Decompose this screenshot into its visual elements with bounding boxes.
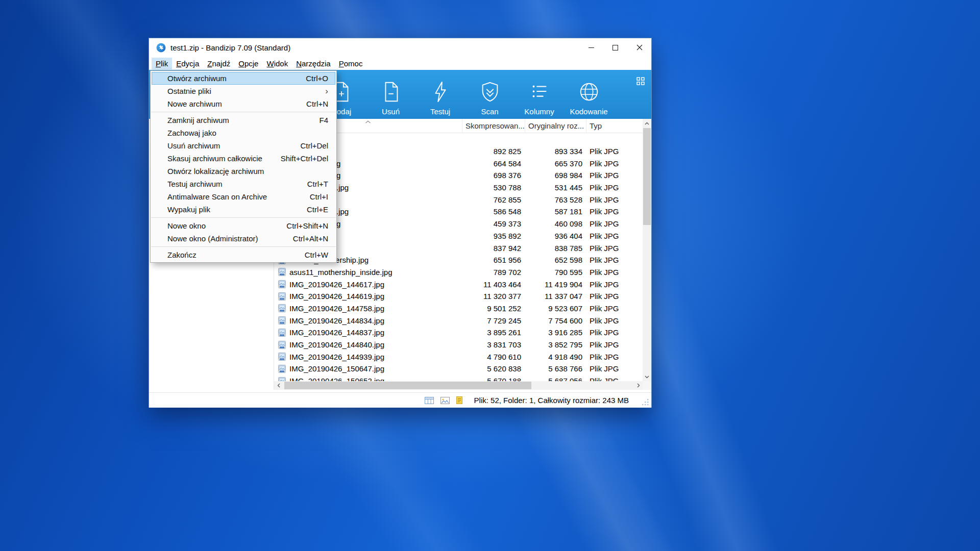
menu-item-otworz-archiwum[interactable]: Otwórz archiwumCtrl+O <box>152 72 335 85</box>
file-row[interactable]: IMG_20190426_150647.jpg5 620 8385 638 76… <box>274 363 643 375</box>
file-row[interactable]: IMG_20190426_144758.jpg9 501 2529 523 60… <box>274 303 643 315</box>
globe-icon <box>577 80 601 104</box>
file-type-cell: Plik JPG <box>586 278 643 290</box>
file-type-cell: Plik JPG <box>586 254 643 266</box>
menubar-item-narzedzia[interactable]: Narzędzia <box>292 58 335 69</box>
menu-item-label: Ostatnie pliki <box>167 87 211 95</box>
column-header-type[interactable]: Typ <box>586 119 643 133</box>
menu-item-label: Zachowaj jako <box>167 129 216 137</box>
file-row[interactable]: IMG_20190426_150652.jpg5 670 1885 687 05… <box>274 375 643 381</box>
menu-item-zamknij-archiwum[interactable]: Zamknij archiwumF4 <box>151 114 336 127</box>
scroll-left-arrow-icon[interactable] <box>274 381 283 390</box>
horizontal-scrollbar[interactable] <box>274 381 643 390</box>
file-name-cell: asus11_mothership_inside.jpg <box>274 266 462 279</box>
original-size-cell: 790 595 <box>525 266 586 279</box>
toolbar-button-label: Scan <box>481 107 498 116</box>
menubar-item-edycja[interactable]: Edycja <box>172 58 203 69</box>
image-preview-icon[interactable] <box>440 397 450 404</box>
menu-item-wypakuj-plik[interactable]: Wypakuj plikCtrl+E <box>151 203 336 216</box>
compressed-size-cell: 762 855 <box>462 193 525 206</box>
scroll-up-arrow-icon[interactable] <box>643 119 651 128</box>
resize-grip[interactable] <box>642 399 649 406</box>
menu-item-label: Zakończ <box>167 251 197 259</box>
menubar-item-znajdz[interactable]: Znajdź <box>203 58 234 69</box>
file-row[interactable]: asus11_mothership_inside.jpg789 702790 5… <box>274 266 643 279</box>
menu-item-label: Testuj archiwum <box>167 180 223 188</box>
menu-item-shortcut: Ctrl+N <box>306 99 328 108</box>
original-size-cell <box>525 133 586 145</box>
compressed-size-cell: 789 702 <box>462 266 525 279</box>
file-name-cell: IMG_20190426_144758.jpg <box>274 303 462 315</box>
grid-view-toggle-icon[interactable] <box>636 77 645 85</box>
titlebar[interactable]: test1.zip - Bandizip 7.09 (Standard) <box>149 38 651 57</box>
menu-item-testuj-archiwum[interactable]: Testuj archiwumCtrl+T <box>151 178 336 190</box>
menu-separator <box>151 217 336 218</box>
menu-item-nowe-archiwum[interactable]: Nowe archiwumCtrl+N <box>151 97 336 110</box>
menu-item-shortcut: Ctrl+T <box>307 180 328 188</box>
file-row[interactable]: IMG_20190426_144834.jpg7 729 2457 754 60… <box>274 314 643 327</box>
menu-item-label: Wypakuj plik <box>167 205 210 214</box>
file-name: IMG_20190426_144758.jpg <box>289 304 384 313</box>
original-size-cell: 5 638 766 <box>525 363 586 375</box>
menu-item-nowe-okno[interactable]: Nowe oknoCtrl+Shift+N <box>151 219 336 232</box>
column-header-original-size[interactable]: Oryginalny roz... <box>525 119 586 133</box>
jpg-file-icon <box>278 329 286 337</box>
toolbar-button-usun[interactable]: Usuń <box>366 74 415 116</box>
compressed-size-cell: 530 788 <box>462 182 525 194</box>
menubar-item-widok[interactable]: Widok <box>262 58 292 69</box>
status-bar: Plik: 52, Folder: 1, Całkowity rozmiar: … <box>149 392 651 408</box>
vertical-scroll-thumb[interactable] <box>643 128 651 225</box>
jpg-file-icon <box>278 353 286 361</box>
compressed-size-cell: 3 895 261 <box>462 327 525 339</box>
caption-buttons <box>579 38 651 57</box>
menu-item-zachowaj-jako[interactable]: Zachowaj jako <box>151 127 336 139</box>
menu-item-usun-archiwum[interactable]: Usuń archiwumCtrl+Del <box>151 139 336 152</box>
file-row[interactable]: IMG_20190426_144617.jpg11 403 46411 419 … <box>274 278 643 290</box>
original-size-cell: 460 098 <box>525 218 586 230</box>
column-header-compressed-size[interactable]: Skompresowan... <box>462 119 525 133</box>
vertical-scrollbar[interactable] <box>643 119 651 381</box>
file-type-cell: Plik JPG <box>586 327 643 339</box>
close-button[interactable] <box>627 38 651 57</box>
file-name-cell: IMG_20190426_144840.jpg <box>274 339 462 351</box>
file-row[interactable]: IMG_20190426_144619.jpg11 320 37711 337 … <box>274 290 643 303</box>
original-size-cell: 7 754 600 <box>525 314 586 327</box>
menu-item-zakoncz[interactable]: ZakończCtrl+W <box>151 248 336 261</box>
original-size-cell: 893 334 <box>525 145 586 158</box>
file-type-cell: Plik JPG <box>586 303 643 315</box>
menubar-item-opcje[interactable]: Opcje <box>234 58 262 69</box>
file-type-cell: Plik JPG <box>586 339 643 351</box>
toolbar-button-scan[interactable]: Scan <box>465 74 514 116</box>
file-row[interactable]: IMG_20190426_144837.jpg3 895 2613 916 28… <box>274 327 643 339</box>
compressed-size-cell: 7 729 245 <box>462 314 525 327</box>
menu-item-label: Otwórz lokalizację archiwum <box>167 167 264 176</box>
horizontal-scroll-thumb[interactable] <box>284 382 531 389</box>
scroll-down-arrow-icon[interactable] <box>643 372 651 381</box>
menubar-item-plik[interactable]: Plik <box>152 58 172 69</box>
minimize-button[interactable] <box>579 38 603 57</box>
toolbar-button-testuj[interactable]: Testuj <box>415 74 465 116</box>
maximize-button[interactable] <box>603 38 627 57</box>
remove-file-icon <box>379 80 403 104</box>
file-type-cell: Plik JPG <box>586 350 643 363</box>
archive-comment-icon[interactable] <box>456 396 462 404</box>
menu-item-nowe-okno-administrator[interactable]: Nowe okno (Administrator)Ctrl+Alt+N <box>151 232 336 245</box>
shield-scan-icon <box>478 80 502 104</box>
file-name: IMG_20190426_144837.jpg <box>289 328 384 337</box>
menu-item-otworz-lokalizacje-archiwum[interactable]: Otwórz lokalizację archiwum <box>151 165 336 178</box>
jpg-file-icon <box>278 365 286 373</box>
toolbar-button-kolumny[interactable]: Kolumny <box>514 74 564 116</box>
toolbar-button-label: Usuń <box>382 107 400 116</box>
menu-item-ostatnie-pliki[interactable]: Ostatnie pliki› <box>151 85 336 97</box>
menu-item-skasuj-archiwum-ca-kowicie[interactable]: Skasuj archiwum całkowicieShift+Ctrl+Del <box>151 152 336 165</box>
menubar-item-pomoc[interactable]: Pomoc <box>335 58 367 69</box>
file-row[interactable]: IMG_20190426_144939.jpg4 790 6104 918 49… <box>274 350 643 363</box>
file-row[interactable]: IMG_20190426_144840.jpg3 831 7033 852 79… <box>274 339 643 351</box>
scroll-right-arrow-icon[interactable] <box>634 381 643 390</box>
toolbar-button-kodowanie[interactable]: Kodowanie <box>564 74 614 116</box>
compressed-size-cell: 664 584 <box>462 157 525 169</box>
menu-item-antimalware-scan-on-archive[interactable]: Antimalware Scan on ArchiveCtrl+I <box>151 190 336 203</box>
original-size-cell: 763 528 <box>525 193 586 206</box>
details-view-icon[interactable] <box>425 397 434 404</box>
desktop[interactable]: test1.zip - Bandizip 7.09 (Standard) Pli… <box>0 0 980 551</box>
